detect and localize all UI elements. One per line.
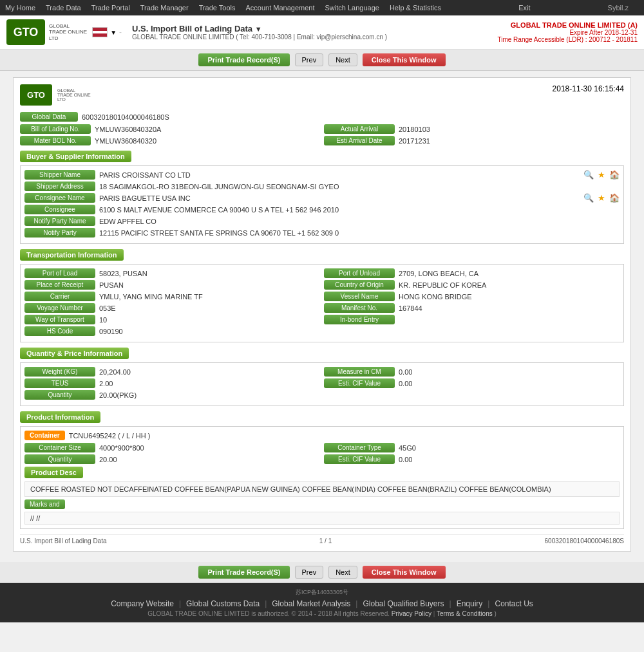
container-badge: Container	[24, 431, 65, 440]
carrier-row: Carrier YMLU, YANG MING MARINE TF Vessel…	[24, 292, 620, 301]
product-desc-label: Product Desc	[24, 467, 83, 478]
account-info: GLOBAL TRADE ONLINE LIMITED (A) Expire A…	[497, 21, 638, 43]
esti-arrival-value: 20171231	[399, 137, 624, 145]
place-receipt-value: PUSAN	[99, 281, 320, 289]
contact-info: GLOBAL TRADE ONLINE LIMITED ( Tel: 400-7…	[132, 33, 387, 41]
hs-code-row: HS Code 090190	[24, 326, 620, 336]
nav-account-management[interactable]: Account Management	[246, 4, 315, 12]
doc-logo-sub: GLOBALTRADE ONLINELTD	[57, 88, 91, 102]
hs-code-value: 090190	[99, 328, 620, 335]
close-button-top[interactable]: Close This Window	[363, 53, 446, 66]
logo-text: GTO	[14, 26, 39, 39]
copyright-text: GLOBAL TRADE ONLINE LIMITED is authorize…	[147, 610, 390, 617]
in-bond-label: In-bond Entry	[324, 315, 395, 324]
teus-label: TEUS	[24, 378, 95, 388]
shipper-search-icon[interactable]: 🔍	[583, 170, 594, 180]
carrier-value: YMLU, YANG MING MARINE TF	[99, 293, 320, 301]
quantity-value: 20.00(PKG)	[99, 391, 620, 399]
prev-button-top[interactable]: Prev	[295, 53, 324, 66]
container-type-value: 45G0	[399, 444, 620, 452]
nav-user: Sybil.z	[608, 4, 629, 12]
consignee-star-icon[interactable]: ★	[598, 193, 605, 203]
quantity-label: Quantity	[24, 390, 95, 400]
footer-global-qualified[interactable]: Global Qualified Buyers	[363, 599, 444, 608]
top-toolbar: Print Trade Record(S) Prev Next Close Th…	[0, 50, 644, 71]
footer-global-market[interactable]: Global Market Analysis	[272, 599, 350, 608]
shipper-name-row: Shipper Name PARIS CROISSANT CO LTD 🔍 ★ …	[24, 170, 620, 180]
nav-help-statistics[interactable]: Help & Statistics	[390, 4, 441, 12]
nav-trade-manager[interactable]: Trade Manager	[140, 4, 189, 12]
global-data-label: Global Data	[20, 112, 78, 122]
flag-dropdown[interactable]: ▼	[110, 29, 117, 36]
consignee-home-icon[interactable]: 🏠	[609, 193, 620, 203]
quantity-price-box: Weight (KG) 20,204.00 Measure in CM 0.00…	[20, 362, 624, 406]
nav-trade-data[interactable]: Trade Data	[46, 4, 81, 12]
icp-number: 苏ICP备14033305号	[6, 588, 638, 597]
country-origin-value: KR. REPUBLIC OF KOREA	[399, 281, 620, 289]
nav-trade-portal[interactable]: Trade Portal	[91, 4, 130, 12]
terms-conditions-link[interactable]: Terms & Conditions	[437, 610, 493, 617]
footer-enquiry[interactable]: Enquiry	[457, 599, 483, 608]
marks-label: Marks and	[24, 499, 65, 509]
weight-value: 20,204.00	[99, 368, 320, 376]
vessel-name-value: HONG KONG BRIDGE	[399, 293, 620, 301]
container-size-row: Container Size 4000*900*800 Container Ty…	[24, 443, 620, 452]
separator: -	[119, 28, 122, 37]
consignee-value: 6100 S MALT AVENUE COMMERCE CA 90040 U S…	[99, 206, 620, 214]
bil-label: Bill of Lading No.	[20, 124, 91, 134]
nav-trade-tools[interactable]: Trade Tools	[199, 4, 236, 12]
way-transport-row: Way of Transport 10 In-bond Entry	[24, 315, 620, 324]
bil-row: Bill of Lading No. YMLUW360840320A Actua…	[20, 124, 624, 134]
page-title: U.S. Import Bill of Lading Data ▼	[132, 24, 387, 33]
footer-company-website[interactable]: Company Website	[111, 599, 174, 608]
measure-cm-label: Measure in CM	[324, 367, 395, 377]
nav-exit[interactable]: Exit	[518, 4, 530, 12]
shipper-home-icon[interactable]: 🏠	[609, 170, 620, 180]
company-name: GLOBAL TRADE ONLINE LIMITED (A)	[497, 21, 638, 29]
weight-row: Weight (KG) 20,204.00 Measure in CM 0.00	[24, 367, 620, 377]
footer-links: Company Website | Global Customs Data | …	[6, 599, 638, 608]
weight-label: Weight (KG)	[24, 367, 95, 377]
close-button-bottom[interactable]: Close This Window	[363, 566, 446, 579]
flag-area: ▼ -	[92, 27, 122, 37]
next-button-top[interactable]: Next	[328, 53, 357, 66]
shipper-name-label: Shipper Name	[24, 170, 95, 180]
esti-arrival-label: Esti Arrival Date	[324, 136, 395, 145]
shipper-star-icon[interactable]: ★	[598, 170, 605, 180]
main-content: GTO GLOBALTRADE ONLINELTD 2018-11-30 16:…	[0, 71, 644, 562]
nav-my-home[interactable]: My Home	[5, 4, 35, 12]
esti-cif-value: 0.00	[399, 380, 620, 387]
buyer-supplier-box: Shipper Name PARIS CROISSANT CO LTD 🔍 ★ …	[20, 165, 624, 244]
doc-logo-text: GTO	[27, 90, 45, 100]
port-load-value: 58023, PUSAN	[99, 270, 320, 277]
product-section: Product Information Container TCNU649524…	[20, 411, 624, 529]
print-button-top[interactable]: Print Trade Record(S)	[198, 53, 289, 66]
marks-section: Marks and // //	[24, 499, 620, 525]
container-row: Container TCNU6495242 ( / L / HH )	[24, 431, 620, 440]
expire-info: Expire After 2018-12-31	[497, 29, 638, 36]
quantity-price-title: Quantity & Price Information	[20, 348, 129, 359]
footer-contact-us[interactable]: Contact Us	[495, 599, 533, 608]
voyage-label: Voyage Number	[24, 303, 95, 313]
product-quantity-label: Quantity	[24, 454, 95, 464]
print-button-bottom[interactable]: Print Trade Record(S)	[198, 566, 289, 579]
mater-bol-label: Mater BOL No.	[20, 136, 91, 145]
privacy-policy-link[interactable]: Privacy Policy	[392, 610, 431, 617]
notify-party-name-label: Notify Party Name	[24, 216, 95, 226]
voyage-value: 053E	[99, 304, 320, 312]
consignee-name-row: Consignee Name PARIS BAGUETTE USA INC 🔍 …	[24, 193, 620, 203]
shipper-name-value: PARIS CROISSANT CO LTD	[99, 171, 580, 179]
prev-button-bottom[interactable]: Prev	[295, 566, 324, 579]
title-dropdown[interactable]: ▼	[255, 25, 262, 33]
doc-footer-right: 600320180104000046180S	[545, 537, 624, 545]
place-receipt-label: Place of Receipt	[24, 280, 95, 290]
doc-footer-left: U.S. Import Bill of Lading Data	[20, 537, 107, 545]
container-type-label: Container Type	[324, 443, 395, 452]
transport-box: Port of Load 58023, PUSAN Port of Unload…	[20, 264, 624, 342]
consignee-search-icon[interactable]: 🔍	[583, 193, 594, 203]
nav-switch-language[interactable]: Switch Language	[325, 4, 379, 12]
document-card: GTO GLOBALTRADE ONLINELTD 2018-11-30 16:…	[13, 77, 631, 552]
logo-area: GTO GLOBALTRADE ONLINELTD	[6, 19, 87, 45]
footer-global-customs[interactable]: Global Customs Data	[186, 599, 260, 608]
next-button-bottom[interactable]: Next	[328, 566, 357, 579]
